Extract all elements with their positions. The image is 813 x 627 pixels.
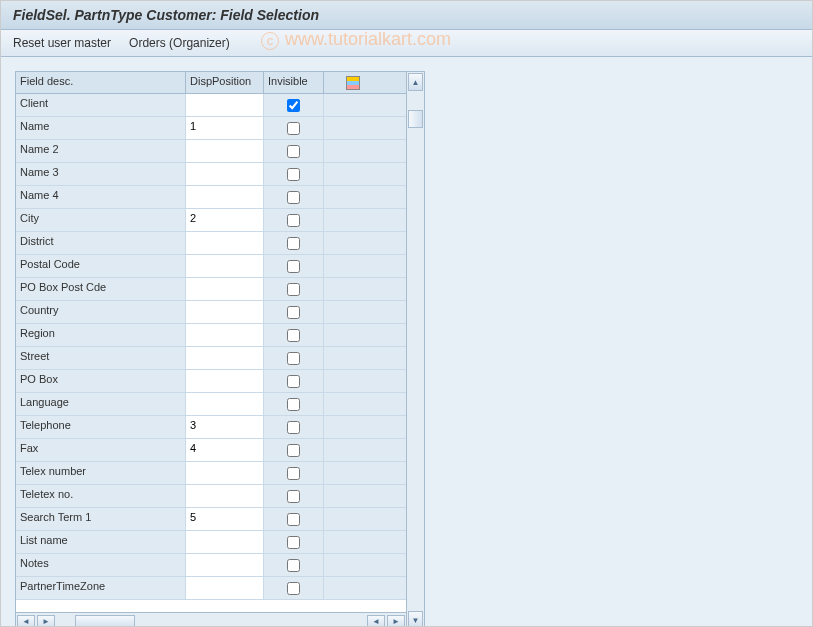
row-spacer bbox=[324, 117, 406, 139]
disp-position-cell bbox=[186, 485, 264, 507]
invisible-checkbox[interactable] bbox=[287, 191, 300, 204]
disp-position-input[interactable] bbox=[190, 143, 259, 155]
invisible-checkbox[interactable] bbox=[287, 444, 300, 457]
disp-position-input[interactable] bbox=[190, 166, 259, 178]
disp-position-cell bbox=[186, 163, 264, 185]
disp-position-input[interactable] bbox=[190, 235, 259, 247]
disp-position-input[interactable] bbox=[190, 396, 259, 408]
invisible-checkbox[interactable] bbox=[287, 375, 300, 388]
invisible-checkbox[interactable] bbox=[287, 559, 300, 572]
disp-position-input[interactable] bbox=[190, 442, 259, 454]
invisible-checkbox[interactable] bbox=[287, 398, 300, 411]
invisible-cell bbox=[264, 416, 324, 438]
column-header-field-desc[interactable]: Field desc. bbox=[16, 72, 186, 93]
disp-position-input[interactable] bbox=[190, 212, 259, 224]
invisible-checkbox[interactable] bbox=[287, 490, 300, 503]
field-desc-cell: Search Term 1 bbox=[16, 508, 186, 530]
disp-position-input[interactable] bbox=[190, 258, 259, 270]
field-desc-cell: List name bbox=[16, 531, 186, 553]
vscroll-thumb[interactable] bbox=[408, 110, 423, 128]
field-desc-cell: Language bbox=[16, 393, 186, 415]
table-body: ClientNameName 2Name 3Name 4CityDistrict… bbox=[16, 94, 406, 612]
row-spacer bbox=[324, 186, 406, 208]
disp-position-input[interactable] bbox=[190, 350, 259, 362]
invisible-checkbox[interactable] bbox=[287, 145, 300, 158]
invisible-checkbox[interactable] bbox=[287, 582, 300, 595]
disp-position-input[interactable] bbox=[190, 97, 259, 109]
table-row: Name 4 bbox=[16, 186, 406, 209]
invisible-checkbox[interactable] bbox=[287, 168, 300, 181]
hscroll-track[interactable] bbox=[57, 615, 365, 628]
hscroll-thumb[interactable] bbox=[75, 615, 135, 628]
column-header-invisible[interactable]: Invisible bbox=[264, 72, 324, 93]
row-spacer bbox=[324, 554, 406, 576]
disp-position-cell bbox=[186, 140, 264, 162]
disp-position-input[interactable] bbox=[190, 304, 259, 316]
invisible-checkbox[interactable] bbox=[287, 467, 300, 480]
disp-position-cell bbox=[186, 301, 264, 323]
disp-position-input[interactable] bbox=[190, 327, 259, 339]
invisible-checkbox[interactable] bbox=[287, 536, 300, 549]
column-header-settings bbox=[324, 72, 364, 93]
row-spacer bbox=[324, 301, 406, 323]
invisible-cell bbox=[264, 347, 324, 369]
vscroll-track[interactable] bbox=[408, 92, 423, 610]
invisible-checkbox[interactable] bbox=[287, 329, 300, 342]
vertical-scrollbar: ▲ ▼ bbox=[406, 72, 424, 627]
disp-position-input[interactable] bbox=[190, 465, 259, 477]
invisible-cell bbox=[264, 370, 324, 392]
invisible-cell bbox=[264, 94, 324, 116]
field-desc-cell: Notes bbox=[16, 554, 186, 576]
invisible-checkbox[interactable] bbox=[287, 260, 300, 273]
field-desc-cell: Telephone bbox=[16, 416, 186, 438]
table-row: PartnerTimeZone bbox=[16, 577, 406, 600]
disp-position-cell bbox=[186, 324, 264, 346]
page-title: FieldSel. PartnType Customer: Field Sele… bbox=[13, 7, 319, 23]
disp-position-input[interactable] bbox=[190, 120, 259, 132]
disp-position-cell bbox=[186, 554, 264, 576]
row-spacer bbox=[324, 347, 406, 369]
row-spacer bbox=[324, 462, 406, 484]
reset-user-master-button[interactable]: Reset user master bbox=[13, 36, 111, 50]
row-spacer bbox=[324, 416, 406, 438]
invisible-cell bbox=[264, 255, 324, 277]
disp-position-input[interactable] bbox=[190, 580, 259, 592]
field-desc-cell: Postal Code bbox=[16, 255, 186, 277]
table-settings-icon[interactable] bbox=[346, 76, 360, 90]
invisible-checkbox[interactable] bbox=[287, 214, 300, 227]
invisible-checkbox[interactable] bbox=[287, 122, 300, 135]
disp-position-input[interactable] bbox=[190, 488, 259, 500]
disp-position-input[interactable] bbox=[190, 534, 259, 546]
scroll-right-button[interactable]: ► bbox=[387, 615, 405, 628]
table-row: District bbox=[16, 232, 406, 255]
disp-position-input[interactable] bbox=[190, 557, 259, 569]
invisible-checkbox[interactable] bbox=[287, 283, 300, 296]
disp-position-input[interactable] bbox=[190, 419, 259, 431]
column-header-disp-position[interactable]: DispPosition bbox=[186, 72, 264, 93]
disp-position-input[interactable] bbox=[190, 511, 259, 523]
scroll-right-inner-button[interactable]: ► bbox=[37, 615, 55, 628]
invisible-checkbox[interactable] bbox=[287, 99, 300, 112]
scroll-left-end-button[interactable]: ◄ bbox=[367, 615, 385, 628]
disp-position-input[interactable] bbox=[190, 373, 259, 385]
scroll-down-button[interactable]: ▼ bbox=[408, 611, 423, 627]
invisible-checkbox[interactable] bbox=[287, 306, 300, 319]
row-spacer bbox=[324, 324, 406, 346]
invisible-checkbox[interactable] bbox=[287, 513, 300, 526]
table-row: Region bbox=[16, 324, 406, 347]
invisible-cell bbox=[264, 531, 324, 553]
scroll-left-button[interactable]: ◄ bbox=[17, 615, 35, 628]
invisible-checkbox[interactable] bbox=[287, 352, 300, 365]
orders-organizer-button[interactable]: Orders (Organizer) bbox=[129, 36, 230, 50]
field-desc-cell: Country bbox=[16, 301, 186, 323]
disp-position-input[interactable] bbox=[190, 281, 259, 293]
disp-position-input[interactable] bbox=[190, 189, 259, 201]
disp-position-cell bbox=[186, 186, 264, 208]
invisible-cell bbox=[264, 301, 324, 323]
invisible-checkbox[interactable] bbox=[287, 421, 300, 434]
disp-position-cell bbox=[186, 462, 264, 484]
scroll-up-button[interactable]: ▲ bbox=[408, 73, 423, 91]
content-area: cwww.tutorialkart.com Field desc. DispPo… bbox=[1, 57, 812, 627]
disp-position-cell bbox=[186, 531, 264, 553]
invisible-checkbox[interactable] bbox=[287, 237, 300, 250]
